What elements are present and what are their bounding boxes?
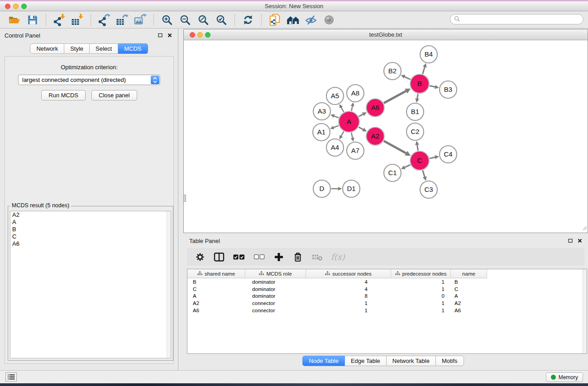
search-input[interactable] [462, 16, 583, 23]
table-scrollbar[interactable] [583, 269, 587, 353]
graph-node-A2[interactable]: A2 [366, 127, 384, 145]
zoom-selected-icon[interactable] [214, 13, 229, 27]
edge-C-C3[interactable] [423, 170, 427, 181]
tab-edge-table[interactable]: Edge Table [345, 356, 387, 366]
edge-B-B2[interactable] [401, 75, 411, 79]
table-cell[interactable]: connector [245, 300, 306, 306]
graph-node-C3[interactable]: C3 [420, 181, 437, 198]
close-panel-icon[interactable] [577, 238, 583, 243]
edge-C-C4[interactable] [430, 155, 439, 159]
graph-node-A4[interactable]: A4 [326, 139, 344, 156]
table-cell[interactable]: A6 [451, 308, 487, 313]
table-settings-icon[interactable] [194, 251, 206, 263]
table-cell[interactable]: B [451, 279, 487, 285]
mcds-result-item[interactable]: C [10, 233, 171, 240]
refresh-icon[interactable] [240, 13, 256, 27]
graph-node-C2[interactable]: C2 [406, 123, 424, 140]
memory-button[interactable]: Memory [546, 372, 583, 382]
table-cell[interactable]: 1 [391, 279, 451, 285]
column-header-successor-nodes[interactable]: successor nodes [306, 269, 391, 278]
edge-B-B4[interactable] [423, 63, 427, 74]
export-image-icon[interactable] [133, 13, 148, 27]
column-header-MCDS-role[interactable]: MCDS role [245, 269, 306, 278]
tab-style[interactable]: Style [64, 43, 90, 54]
hide-selected-icon[interactable] [303, 13, 319, 27]
table-row[interactable]: Adominator80A [187, 292, 587, 300]
tab-network-table[interactable]: Network Table [387, 356, 436, 366]
new-network-from-selection-icon[interactable] [267, 13, 282, 27]
select-all-icon[interactable] [232, 251, 246, 263]
graph-node-B1[interactable]: B1 [406, 103, 424, 120]
table-cell[interactable]: A [187, 293, 245, 299]
edge-A-A1[interactable] [330, 126, 339, 129]
table-cell[interactable]: A2 [451, 300, 487, 306]
graph-node-C4[interactable]: C4 [440, 146, 457, 163]
table-cell[interactable]: C [187, 286, 245, 292]
import-network-icon[interactable] [52, 13, 67, 27]
table-cell[interactable]: 1 [306, 300, 391, 306]
canvas-side-handle[interactable] [184, 195, 186, 202]
tab-mcds[interactable]: MCDS [118, 43, 148, 54]
edge-B-B3[interactable] [430, 85, 439, 89]
graph-node-B3[interactable]: B3 [440, 81, 457, 98]
table-cell[interactable]: 1 [391, 300, 451, 306]
table-cell[interactable]: 8 [306, 293, 391, 299]
edge-A6-B[interactable] [384, 89, 411, 103]
network-minimize-button[interactable] [197, 32, 203, 38]
edge-C-C2[interactable] [415, 141, 419, 151]
tab-network[interactable]: Network [30, 43, 64, 54]
close-window-button[interactable] [5, 4, 10, 9]
graph-node-A6[interactable]: A6 [366, 99, 384, 117]
edge-A-A2[interactable] [359, 127, 367, 132]
table-cell[interactable]: 4 [306, 286, 391, 292]
table-cell[interactable]: 1 [391, 286, 451, 292]
float-panel-icon[interactable] [158, 33, 163, 38]
graph-node-A8[interactable]: A8 [347, 85, 364, 102]
table-cell[interactable]: A6 [187, 308, 245, 313]
edge-A2-C[interactable] [384, 141, 411, 156]
table-row[interactable]: Cdominator41C [187, 286, 587, 293]
import-table-icon[interactable] [70, 13, 85, 27]
mcds-result-item[interactable]: B [10, 226, 171, 233]
graph-node-D1[interactable]: D1 [343, 180, 360, 197]
table-cell[interactable]: A2 [187, 300, 245, 306]
table-row[interactable]: A2connector11A2 [187, 300, 587, 307]
table-cell[interactable]: B [187, 279, 245, 285]
graph-node-A7[interactable]: A7 [347, 142, 364, 159]
network-close-button[interactable] [190, 32, 195, 38]
table-row[interactable]: A6connector11A6 [187, 307, 587, 314]
tab-select[interactable]: Select [90, 43, 118, 54]
save-session-icon[interactable] [25, 13, 40, 27]
delete-table-icon[interactable] [311, 251, 324, 263]
zoom-in-icon[interactable] [159, 13, 175, 27]
table-cell[interactable]: 4 [306, 279, 391, 285]
show-panels-list-button[interactable] [5, 372, 17, 381]
zoom-fit-icon[interactable] [196, 13, 211, 27]
minimize-window-button[interactable] [13, 4, 19, 9]
tab-node-table[interactable]: Node Table [302, 356, 345, 366]
show-all-icon[interactable] [321, 13, 337, 27]
table-cell[interactable]: dominator [245, 286, 306, 292]
mcds-result-item[interactable]: A6 [10, 240, 171, 248]
mcds-result-item[interactable]: A2 [10, 211, 171, 219]
table-cell[interactable]: dominator [245, 293, 306, 299]
export-network-icon[interactable] [96, 13, 112, 27]
network-canvas[interactable]: B4B2BB3A8A5A6A3B1AC2A1A2A4A7C4CC1C3DD1 [184, 40, 588, 233]
graph-node-A[interactable]: A [339, 111, 359, 132]
table-cell[interactable]: dominator [245, 279, 306, 285]
table-cell[interactable]: 1 [391, 308, 451, 313]
column-header-name[interactable]: name [451, 269, 487, 278]
table-cell[interactable]: 1 [306, 308, 391, 313]
delete-column-icon[interactable] [292, 251, 304, 263]
graph-node-A5[interactable]: A5 [326, 87, 344, 105]
edge-A-A3[interactable] [330, 114, 339, 118]
tab-motifs[interactable]: Motifs [436, 356, 464, 366]
function-builder-icon[interactable]: f(x) [331, 252, 345, 262]
table-cell[interactable]: connector [245, 308, 306, 313]
mcds-result-item[interactable]: A [10, 219, 171, 226]
open-session-icon[interactable] [7, 13, 22, 27]
graph-node-A3[interactable]: A3 [313, 103, 330, 120]
edge-A-A5[interactable] [339, 104, 344, 112]
table-cell[interactable]: C [451, 286, 487, 292]
mcds-list-scrollbar[interactable] [167, 211, 171, 358]
